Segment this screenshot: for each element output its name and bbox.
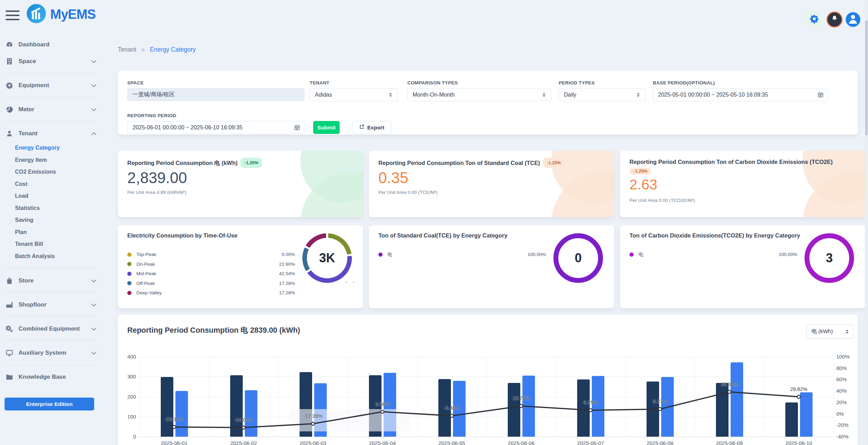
legend-dot-icon (127, 281, 131, 285)
gear-icon (6, 82, 13, 89)
monitor-icon (6, 349, 13, 357)
x-axis-label: 2025-06-06 (493, 440, 549, 445)
line-data-label: -24.03% (225, 417, 263, 423)
sidebar-item-tenant[interactable]: Tenant (0, 125, 105, 142)
export-button[interactable]: Export (352, 121, 391, 134)
sidebar-item-space[interactable]: Space (0, 53, 105, 70)
sidebar-subitem-tenant-bill[interactable]: Tenant Bill (0, 238, 105, 250)
line-data-label: 8.27% (641, 399, 679, 404)
chart-title: Reporting Period Consumption 电 2839.00 (… (127, 325, 300, 335)
legend-percentage: 22.90% (279, 262, 295, 267)
donut-card-time-of-use: Electricity Consumption by Time-Of-Use T… (118, 225, 363, 308)
sidebar-subitem-energy-category[interactable]: Energy Category (0, 142, 105, 154)
tenant-select[interactable]: Adidas (310, 88, 398, 101)
sidebar-item-label: Space (18, 58, 92, 65)
chevron-down-icon (91, 82, 96, 87)
breadcrumb-separator: » (141, 46, 145, 53)
period-types-label: PERIOD TYPES (559, 80, 595, 85)
chart-unit-select[interactable]: 电 (kWh) (806, 324, 854, 339)
notifications-button[interactable] (827, 12, 843, 28)
folder-icon (6, 373, 13, 381)
sidebar-subitem-energy-item[interactable]: Energy Item (0, 154, 105, 166)
sidebar-item-equipment[interactable]: Equipment (0, 77, 105, 94)
reporting-period-value: 2025-06-01 00:00:00 ~ 2025-06-10 16:09:3… (133, 125, 299, 131)
kpi-value: 2,839.00 (127, 169, 187, 187)
comparison-types-select[interactable]: Month-On-Month (407, 88, 551, 101)
breadcrumb-parent[interactable]: Tenant (118, 46, 136, 53)
line-data-label: -23.15% (155, 416, 194, 422)
sidebar-subitem-plan[interactable]: Plan (0, 226, 105, 239)
chevron-down-icon (91, 326, 96, 331)
sidebar-item-shopfloor[interactable]: Shopfloor (0, 296, 105, 313)
sidebar-item-dashboard[interactable]: Dashboard (0, 36, 105, 53)
sidebar-item-label: Knowledge Base (18, 374, 96, 380)
x-axis-label: 2025-06-07 (563, 440, 619, 445)
y-axis-left-tick: 400 (119, 354, 136, 360)
hamburger-menu-icon[interactable] (6, 10, 20, 21)
sidebar-subitem-batch-analysis[interactable]: Batch Analysis (0, 250, 105, 263)
line-data-label: 6.25% (572, 400, 610, 405)
kpi-card-tco2e: Reporting Period Consumption Ton of Carb… (620, 151, 865, 217)
sidebar-subitem-load[interactable]: Load (0, 190, 105, 202)
x-axis-label: 2025-06-02 (216, 440, 272, 445)
y-axis-right-tick: -20% (836, 422, 857, 428)
line-data-label: 13.70% (502, 395, 541, 401)
line-data-label: 29.82% (780, 386, 818, 392)
sidebar-item-store[interactable]: Store (0, 272, 105, 289)
sidebar-item-auxiliary-system[interactable]: Auxiliary System (0, 345, 105, 361)
sidebar-item-label: Combined Equipment (18, 325, 92, 332)
sidebar-item-knowledge-base[interactable]: Knowledge Base (0, 369, 105, 385)
sidebar-subitem-cost[interactable]: Cost (0, 178, 105, 190)
settings-button[interactable] (805, 10, 823, 29)
legend-label: Top-Peak (136, 252, 282, 257)
vertical-scrollbar-thumb[interactable] (865, 20, 868, 135)
brand-name: MyEMS (50, 7, 96, 22)
sidebar-divider (5, 365, 96, 365)
calendar-icon[interactable] (294, 125, 300, 132)
brand-logo[interactable]: MyEMS (26, 3, 96, 25)
tenant-label: TENANT (310, 80, 330, 85)
legend-item: Deep-Valley17.28% (127, 288, 295, 298)
sidebar-item-combined-equipment[interactable]: Combined Equipment (0, 320, 105, 337)
space-input[interactable] (127, 88, 304, 101)
updown-arrows-icon (845, 329, 849, 334)
breadcrumb-current[interactable]: Energy Category (150, 46, 196, 53)
sidebar-item-label: Dashboard (18, 41, 96, 48)
sidebar-item-label: Shopfloor (18, 301, 92, 308)
x-axis-label: 2025-06-04 (355, 440, 410, 445)
legend-label: On-Peak (136, 262, 279, 267)
sidebar-divider (5, 97, 96, 98)
legend-label: Deep-Valley (136, 290, 279, 295)
base-period-input[interactable]: 2025-05-01 00:00:00 ~ 2025-05-10 16:09:3… (653, 88, 828, 101)
sidebar-subitem-statistics[interactable]: Statistics (0, 202, 105, 214)
line-data-label: -3.46% (433, 405, 471, 411)
kpi-change-badge: ↑1.25% (543, 158, 565, 168)
export-icon (359, 124, 364, 131)
y-axis-left-tick: 200 (119, 394, 136, 400)
user-avatar[interactable] (846, 12, 860, 27)
kpi-title: Reporting Period Consumption 电 (kWh) (127, 160, 237, 166)
calendar-icon[interactable] (817, 92, 824, 99)
line-data-label: 3.56% (363, 401, 402, 407)
sidebar-subitem-co2-emissions[interactable]: CO2 Emissions (0, 166, 105, 178)
enterprise-edition-button[interactable]: Enterprise Edition (5, 398, 94, 410)
kpi-subtext: Per Unit Area 0.00 (TCE/M²) (378, 190, 438, 195)
legend-label: Mid-Peak (136, 271, 279, 276)
sidebar-subitem-saving[interactable]: Saving (0, 214, 105, 226)
sidebar-divider (5, 269, 96, 269)
donut-legend: Top-Peak0.00%On-Peak22.90%Mid-Peak42.54%… (127, 250, 295, 298)
submit-button[interactable]: Submit (313, 121, 340, 134)
donut-legend: 电100.00% (629, 250, 797, 259)
period-types-select[interactable]: Daily (559, 88, 646, 101)
tenant-select-value: Adidas (315, 92, 386, 98)
legend-percentage: 0.00% (282, 252, 295, 257)
y-axis-right-tick: 80% (836, 365, 857, 371)
legend-item: Off-Peak17.28% (127, 279, 295, 288)
sidebar-item-meter[interactable]: Meter (0, 101, 105, 118)
y-axis-right-tick: 100% (836, 354, 857, 360)
space-label: SPACE (127, 80, 144, 85)
reporting-period-input[interactable]: 2025-06-01 00:00:00 ~ 2025-06-10 16:09:3… (127, 121, 304, 134)
top-navbar: MyEMS (0, 0, 868, 40)
kpi-value: 2.63 (629, 176, 657, 193)
pie-icon (6, 106, 13, 113)
